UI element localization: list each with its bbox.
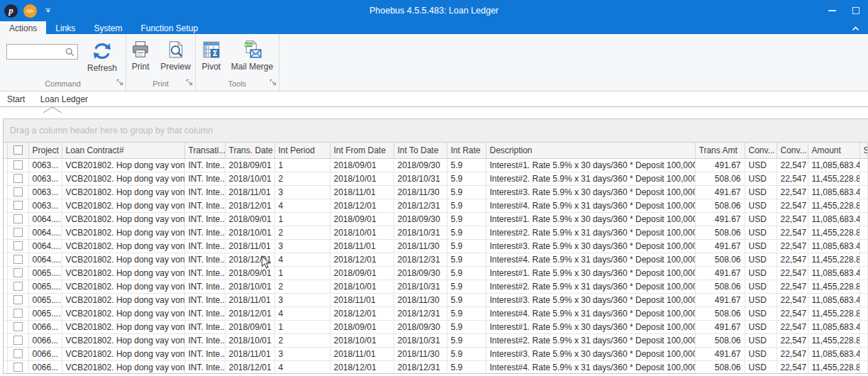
cell[interactable]: 22,547 xyxy=(777,320,808,333)
cell[interactable]: 0063... xyxy=(28,185,62,199)
cell[interactable]: 0065.... xyxy=(28,280,62,293)
cell[interactable]: INT. Inte... xyxy=(184,333,225,347)
cell[interactable]: 2018/11/01 xyxy=(225,347,274,360)
row-checkbox[interactable] xyxy=(7,266,28,280)
cell[interactable]: 3 xyxy=(274,347,330,360)
cell[interactable]: 22,547 xyxy=(777,239,808,253)
maximize-button[interactable] xyxy=(844,0,868,21)
search-icon[interactable] xyxy=(65,48,74,57)
cell[interactable]: Interest#3. Rate 5.9% x 30 days/360 * De… xyxy=(486,185,695,199)
cell[interactable]: INT. Inte... xyxy=(184,266,225,280)
cell[interactable]: INT. Inte... xyxy=(184,185,225,199)
cell[interactable] xyxy=(859,280,868,293)
row-checkbox[interactable] xyxy=(7,280,28,293)
cell[interactable]: 11,455,228.82 xyxy=(808,253,859,266)
tools-dialog-launcher[interactable] xyxy=(269,78,277,88)
cell[interactable] xyxy=(859,360,868,374)
cell[interactable]: 2018/12/01 xyxy=(225,253,274,266)
cell[interactable]: INT. Inte... xyxy=(184,306,225,320)
cell[interactable]: 22,547 xyxy=(777,293,808,306)
cell[interactable]: VCB201802. Hop dong vay von xyxy=(62,293,184,306)
cell[interactable]: 2 xyxy=(274,333,330,347)
cell[interactable]: 11,085,683.49 xyxy=(808,239,859,253)
cell[interactable]: 22,547 xyxy=(777,212,808,226)
cell[interactable]: Interest#2. Rate 5.9% x 31 days/360 * De… xyxy=(486,226,695,239)
column-header-description[interactable]: Description xyxy=(486,143,695,158)
cell[interactable] xyxy=(859,306,868,320)
cell[interactable]: 11,085,683.49 xyxy=(808,320,859,333)
cell[interactable] xyxy=(859,293,868,306)
cell[interactable]: 0066... xyxy=(28,333,62,347)
cell[interactable] xyxy=(859,253,868,266)
cell[interactable]: 22,547 xyxy=(777,280,808,293)
cell[interactable]: 2018/11/30 xyxy=(394,293,447,306)
cell[interactable]: 2018/10/31 xyxy=(394,226,447,239)
row-checkbox[interactable] xyxy=(7,320,28,333)
cell[interactable] xyxy=(859,185,868,199)
cell[interactable]: 2018/10/31 xyxy=(394,333,447,347)
column-header-conv[interactable]: Conv... xyxy=(777,143,808,158)
cell[interactable]: Interest#1. Rate 5.9% x 30 days/360 * De… xyxy=(486,158,695,172)
cell[interactable]: 5.9 xyxy=(447,199,486,212)
cell[interactable]: Interest#1. Rate 5.9% x 30 days/360 * De… xyxy=(486,320,695,333)
cell[interactable]: 508.06 xyxy=(695,253,745,266)
cell[interactable]: USD xyxy=(745,347,777,360)
cell[interactable]: 2018/11/30 xyxy=(394,185,447,199)
cell[interactable]: Interest#3. Rate 5.9% x 30 days/360 * De… xyxy=(486,293,695,306)
table-row[interactable]: 0064....VCB201802. Hop dong vay vonINT. … xyxy=(4,239,868,253)
cell[interactable]: 11,455,228.82 xyxy=(808,360,859,374)
cell[interactable]: 2018/11/01 xyxy=(330,293,394,306)
cell[interactable]: 2018/12/01 xyxy=(330,360,394,374)
column-header-conv[interactable]: Conv... xyxy=(745,143,777,158)
cell[interactable]: 22,547 xyxy=(777,185,808,199)
cell[interactable]: Interest#3. Rate 5.9% x 30 days/360 * De… xyxy=(486,239,695,253)
cell[interactable]: 22,547 xyxy=(777,333,808,347)
cell[interactable]: 11,085,683.49 xyxy=(808,347,859,360)
cell[interactable]: VCB201802. Hop dong vay von xyxy=(62,360,184,374)
cell[interactable]: 22,547 xyxy=(777,172,808,185)
cell[interactable]: 5.9 xyxy=(447,320,486,333)
cell[interactable]: 11,455,228.82 xyxy=(808,280,859,293)
cell[interactable]: VCB201802. Hop dong vay von xyxy=(62,306,184,320)
pivot-button[interactable]: Σ Pivot xyxy=(196,38,226,73)
cell[interactable]: VCB201802. Hop dong vay von xyxy=(62,266,184,280)
cell[interactable]: 2018/10/31 xyxy=(394,280,447,293)
cell[interactable]: INT. Inte... xyxy=(184,226,225,239)
cell[interactable]: Interest#2. Rate 5.9% x 31 days/360 * De… xyxy=(486,333,695,347)
column-header-int-from-date[interactable]: Int From Date xyxy=(330,143,394,158)
cell[interactable]: 491.67 xyxy=(695,158,745,172)
row-checkbox[interactable] xyxy=(7,347,28,360)
cell[interactable]: USD xyxy=(745,172,777,185)
cell[interactable]: 5.9 xyxy=(447,226,486,239)
table-row[interactable]: 0066...VCB201802. Hop dong vay vonINT. I… xyxy=(4,320,868,333)
table-row[interactable]: 0063...VCB201802. Hop dong vay vonINT. I… xyxy=(4,199,868,212)
cell[interactable]: 5.9 xyxy=(447,253,486,266)
cell[interactable]: 508.06 xyxy=(695,360,745,374)
column-header-trans-amt[interactable]: Trans Amt xyxy=(695,143,745,158)
search-input[interactable] xyxy=(9,45,68,58)
cell[interactable]: 491.67 xyxy=(695,212,745,226)
table-row[interactable]: 0065....VCB201802. Hop dong vay vonINT. … xyxy=(4,280,868,293)
table-row[interactable]: 0066...VCB201802. Hop dong vay vonINT. I… xyxy=(4,347,868,360)
cell[interactable]: INT. Inte... xyxy=(184,293,225,306)
table-row[interactable]: 0066...VCB201802. Hop dong vay vonINT. I… xyxy=(4,360,868,374)
cell[interactable]: 2018/09/30 xyxy=(394,320,447,333)
cell[interactable]: 2018/12/31 xyxy=(394,253,447,266)
cell[interactable]: Interest#4. Rate 5.9% x 31 days/360 * De… xyxy=(486,199,695,212)
cell[interactable]: VCB201802. Hop dong vay von xyxy=(62,239,184,253)
cell[interactable]: 508.06 xyxy=(695,199,745,212)
cell[interactable]: 22,547 xyxy=(777,158,808,172)
cell[interactable]: 4 xyxy=(274,360,330,374)
cell[interactable]: 2018/11/01 xyxy=(225,185,274,199)
minimize-button[interactable] xyxy=(820,0,844,21)
cell[interactable]: 5.9 xyxy=(447,360,486,374)
table-row[interactable]: 0065....VCB201802. Hop dong vay vonINT. … xyxy=(4,293,868,306)
cell[interactable]: VCB201802. Hop dong vay von xyxy=(62,347,184,360)
cell[interactable]: VCB201802. Hop dong vay von xyxy=(62,199,184,212)
cell[interactable]: 3 xyxy=(274,293,330,306)
cell[interactable]: 11,085,683.49 xyxy=(808,293,859,306)
cell[interactable]: 2018/11/01 xyxy=(225,239,274,253)
cell[interactable]: INT. Inte... xyxy=(184,212,225,226)
command-dialog-launcher[interactable] xyxy=(116,78,123,88)
refresh-button[interactable]: Refresh xyxy=(82,40,122,74)
